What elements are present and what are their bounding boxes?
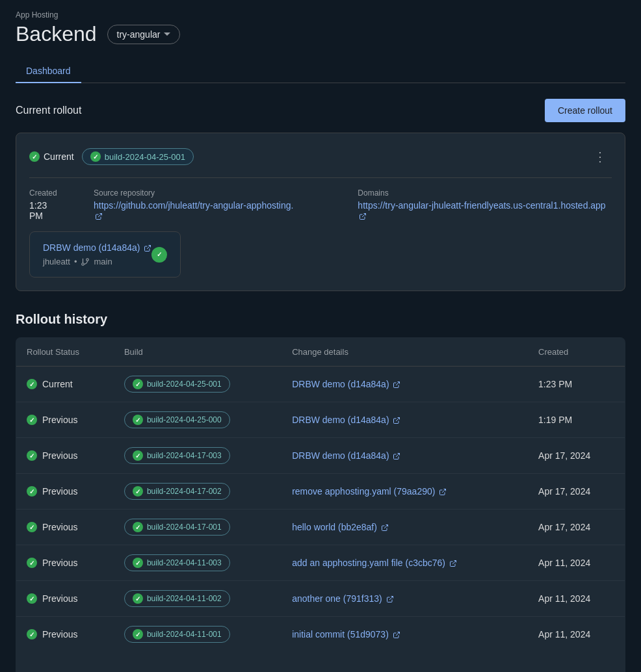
row-status-cell: Previous xyxy=(27,558,103,568)
created-label: Created xyxy=(29,188,62,198)
row-build-pill[interactable]: build-2024-04-11-001 xyxy=(124,626,230,643)
row-build-icon xyxy=(133,450,143,461)
row-external-link-icon xyxy=(439,488,447,496)
row-build-icon xyxy=(133,379,143,389)
row-change-link[interactable]: hello world (bb2e8af) xyxy=(292,522,377,532)
row-status-icon xyxy=(27,558,37,568)
rollout-history-section: Rollout history Rollout Status Build Cha… xyxy=(16,312,625,672)
svg-point-4 xyxy=(86,258,89,261)
more-options-icon[interactable]: ⋮ xyxy=(588,146,612,167)
build-check-icon xyxy=(90,151,101,162)
row-created: Apr 17, 2024 xyxy=(528,510,625,545)
row-change-link[interactable]: DRBW demo (d14a84a) xyxy=(292,450,389,461)
row-created: Apr 11, 2024 xyxy=(528,581,625,617)
col-header-change: Change details xyxy=(281,338,528,367)
commit-card: DRBW demo (d14a84a) jhuleatt • xyxy=(29,231,181,278)
row-status-label: Previous xyxy=(42,450,77,461)
table-row: Previous build-2024-04-11-002 another on… xyxy=(16,581,625,617)
row-change-link[interactable]: DRBW demo (d14a84a) xyxy=(292,415,389,425)
col-header-build: Build xyxy=(114,338,281,367)
row-status-cell: Previous xyxy=(27,415,103,425)
row-status-cell: Previous xyxy=(27,629,103,640)
svg-line-13 xyxy=(396,632,400,636)
external-link-icon xyxy=(95,213,103,220)
rollout-status-badge: Current xyxy=(29,151,74,162)
row-change-link[interactable]: DRBW demo (d14a84a) xyxy=(292,379,389,389)
row-status-label: Previous xyxy=(42,486,77,497)
row-status-label: Previous xyxy=(42,415,77,425)
row-change-link[interactable]: initial commit (51d9073) xyxy=(292,629,389,640)
svg-line-9 xyxy=(442,489,446,493)
row-status-icon xyxy=(27,450,37,461)
row-build-pill[interactable]: build-2024-04-17-003 xyxy=(124,447,230,464)
svg-line-7 xyxy=(396,418,400,422)
row-build-id: build-2024-04-11-001 xyxy=(147,630,222,639)
row-build-pill[interactable]: build-2024-04-17-002 xyxy=(124,483,230,500)
page-title: Backend xyxy=(16,22,97,46)
rollout-status-label: Current xyxy=(44,151,74,162)
row-external-link-icon xyxy=(449,560,457,567)
row-change-link[interactable]: add an apphosting.yaml file (c3cbc76) xyxy=(292,558,445,568)
tabs-container: Dashboard xyxy=(16,59,625,83)
current-rollout-card: Current build-2024-04-25-001 ⋮ Created 1… xyxy=(16,133,625,291)
create-rollout-button[interactable]: Create rollout xyxy=(545,99,625,122)
col-header-created: Created xyxy=(528,338,625,367)
row-build-id: build-2024-04-25-000 xyxy=(147,415,222,424)
row-build-icon xyxy=(133,415,143,425)
current-rollout-title: Current rollout xyxy=(16,105,81,116)
commit-link[interactable]: DRBW demo (d14a84a) xyxy=(43,242,140,253)
row-status-cell: Current xyxy=(27,379,103,389)
rollout-history-table: Rollout Status Build Change details Crea… xyxy=(16,337,625,672)
commit-branch: main xyxy=(94,257,112,266)
row-build-id: build-2024-04-17-001 xyxy=(147,523,222,532)
table-row: Previous build-2024-04-11-001 initial co… xyxy=(16,617,625,653)
row-status-cell: Previous xyxy=(27,522,103,532)
svg-line-10 xyxy=(384,525,388,529)
row-build-id: build-2024-04-11-003 xyxy=(147,558,222,567)
row-status-cell: Previous xyxy=(27,450,103,461)
row-build-id: build-2024-04-11-002 xyxy=(147,594,222,603)
table-row: Previous build-2024-04-25-000 DRBW demo … xyxy=(16,402,625,438)
commit-status-icon xyxy=(151,247,167,263)
row-build-pill[interactable]: build-2024-04-11-002 xyxy=(124,590,230,607)
row-status-label: Previous xyxy=(42,522,77,532)
row-build-icon xyxy=(133,629,143,640)
row-external-link-icon xyxy=(393,381,400,389)
row-build-id: build-2024-04-25-001 xyxy=(147,380,222,389)
row-build-pill[interactable]: build-2024-04-25-000 xyxy=(124,411,230,428)
row-status-label: Previous xyxy=(42,593,77,604)
table-row: Previous build-2024-04-17-001 hello worl… xyxy=(16,510,625,545)
source-repo-link[interactable]: https://github.com/jhuleatt/try-angular-… xyxy=(94,200,293,211)
commit-author-name: jhuleatt xyxy=(43,257,70,266)
tab-dashboard[interactable]: Dashboard xyxy=(16,59,81,83)
rollout-history-title: Rollout history xyxy=(16,312,625,327)
row-external-link-icon xyxy=(393,452,400,460)
row-change-link[interactable]: remove apphosting.yaml (79aa290) xyxy=(292,486,435,497)
build-badge[interactable]: build-2024-04-25-001 xyxy=(82,148,194,165)
row-build-icon xyxy=(133,486,143,497)
domains-label: Domains xyxy=(358,188,612,198)
build-id-label: build-2024-04-25-001 xyxy=(105,152,185,162)
app-hosting-label: App Hosting xyxy=(16,10,625,19)
row-build-pill[interactable]: build-2024-04-11-003 xyxy=(124,554,230,571)
branch-selector-value: try-angular xyxy=(117,29,161,40)
domain-external-link-icon xyxy=(359,213,367,220)
col-header-status: Rollout Status xyxy=(16,338,114,367)
domain-link[interactable]: https://try-angular-jhuleatt-friendlyeat… xyxy=(358,200,605,211)
row-build-pill[interactable]: build-2024-04-25-001 xyxy=(124,376,230,393)
row-status-label: Previous xyxy=(42,629,77,640)
row-status-icon xyxy=(27,486,37,497)
row-build-pill[interactable]: build-2024-04-17-001 xyxy=(124,519,230,536)
row-status-label: Previous xyxy=(42,558,77,568)
svg-line-2 xyxy=(147,246,151,250)
branch-selector[interactable]: try-angular xyxy=(107,25,181,44)
row-status-cell: Previous xyxy=(27,593,103,604)
row-external-link-icon xyxy=(381,524,389,532)
row-status-icon xyxy=(27,629,37,640)
row-status-icon xyxy=(27,593,37,604)
svg-line-12 xyxy=(389,597,393,601)
row-external-link-icon xyxy=(393,631,400,639)
commit-external-link-icon xyxy=(144,244,151,252)
row-build-id: build-2024-04-17-002 xyxy=(147,487,222,496)
row-change-link[interactable]: another one (791f313) xyxy=(292,593,382,604)
